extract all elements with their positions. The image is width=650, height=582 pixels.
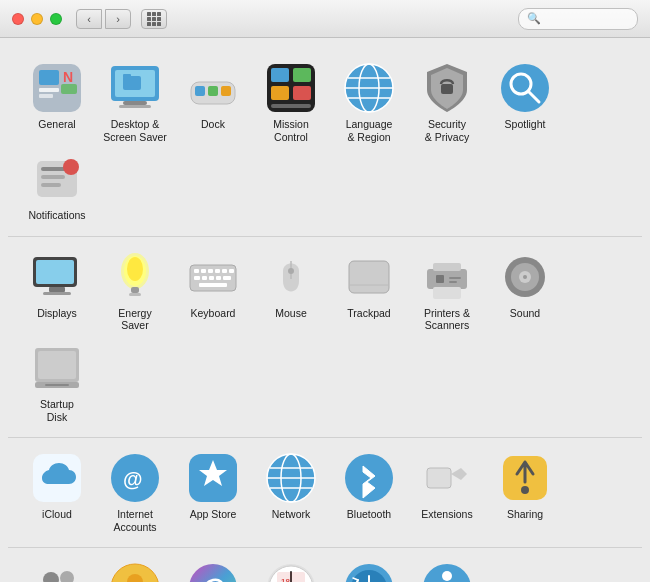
svg-rect-28: [441, 84, 453, 94]
spotlight-label: Spotlight: [505, 118, 546, 131]
keyboard-icon: [187, 251, 239, 303]
sharing-icon: [499, 452, 551, 504]
pref-item-internet[interactable]: @ InternetAccounts: [96, 446, 174, 537]
maximize-button[interactable]: [50, 13, 62, 25]
svg-rect-52: [222, 269, 227, 273]
svg-rect-15: [221, 86, 231, 96]
svg-point-73: [523, 275, 527, 279]
pref-item-bluetooth[interactable]: Bluetooth: [330, 446, 408, 537]
pref-item-dock[interactable]: Dock: [174, 56, 252, 147]
svg-rect-53: [229, 269, 234, 273]
extensions-label: Extensions: [421, 508, 472, 521]
language-label: Language& Region: [346, 118, 393, 143]
svg-point-112: [442, 571, 452, 581]
appstore-icon: [187, 452, 239, 504]
startup-label: StartupDisk: [40, 398, 74, 423]
energy-icon: [109, 251, 161, 303]
extensions-icon: [421, 452, 473, 504]
svg-rect-13: [195, 86, 205, 96]
pref-item-energy[interactable]: EnergySaver: [96, 245, 174, 336]
forward-button[interactable]: ›: [105, 9, 131, 29]
pref-item-network[interactable]: Network: [252, 446, 330, 537]
pref-item-appstore[interactable]: App Store: [174, 446, 252, 537]
bluetooth-label: Bluetooth: [347, 508, 391, 521]
pref-item-security[interactable]: Security& Privacy: [408, 56, 486, 147]
sharing-label: Sharing: [507, 508, 543, 521]
pref-item-startup[interactable]: StartupDisk: [18, 336, 96, 427]
pref-item-sound[interactable]: Sound: [486, 245, 564, 336]
svg-rect-77: [45, 384, 69, 386]
close-button[interactable]: [12, 13, 24, 25]
appstore-label: App Store: [190, 508, 237, 521]
pref-item-icloud[interactable]: iCloud: [18, 446, 96, 537]
dock-label: Dock: [201, 118, 225, 131]
svg-point-43: [127, 257, 143, 281]
datetime-icon: 18: [265, 562, 317, 582]
pref-item-accessibility[interactable]: Accessibility: [408, 556, 486, 582]
pref-item-parental[interactable]: ParentalControls: [96, 556, 174, 582]
language-icon: [343, 62, 395, 114]
nav-buttons: ‹ ›: [76, 9, 131, 29]
pref-item-datetime[interactable]: 18 Date & Time: [252, 556, 330, 582]
mouse-icon: [265, 251, 317, 303]
svg-rect-5: [61, 84, 77, 94]
svg-rect-56: [209, 276, 214, 280]
main-content: N General Desktop &Screen Saver Dock Mis…: [0, 38, 650, 582]
parental-icon: [109, 562, 161, 582]
svg-rect-38: [36, 260, 74, 284]
pref-item-general[interactable]: N General: [18, 56, 96, 147]
section-section4: Users &Groups ParentalControls Siri 1: [8, 550, 642, 582]
svg-rect-48: [194, 269, 199, 273]
svg-rect-21: [271, 104, 311, 108]
titlebar: ‹ › 🔍: [0, 0, 650, 38]
startup-icon: [31, 342, 83, 394]
pref-item-trackpad[interactable]: Trackpad: [330, 245, 408, 336]
svg-point-36: [63, 159, 79, 175]
displays-icon: [31, 251, 83, 303]
pref-item-displays[interactable]: Displays: [18, 245, 96, 336]
mission-label: MissionControl: [273, 118, 309, 143]
pref-item-siri[interactable]: Siri: [174, 556, 252, 582]
pref-item-printers[interactable]: Printers &Scanners: [408, 245, 486, 336]
pref-item-desktop[interactable]: Desktop &Screen Saver: [96, 56, 174, 147]
svg-point-88: [345, 454, 393, 502]
pref-item-language[interactable]: Language& Region: [330, 56, 408, 147]
grid-view-button[interactable]: [141, 9, 167, 29]
displays-label: Displays: [37, 307, 77, 320]
trackpad-icon: [343, 251, 395, 303]
pref-item-spotlight[interactable]: Spotlight: [486, 56, 564, 147]
mission-icon: [265, 62, 317, 114]
desktop-icon: [109, 62, 161, 114]
search-input[interactable]: [545, 12, 635, 26]
sound-icon: [499, 251, 551, 303]
energy-label: EnergySaver: [118, 307, 151, 332]
pref-item-keyboard[interactable]: Keyboard: [174, 245, 252, 336]
internet-icon: @: [109, 452, 161, 504]
svg-point-94: [60, 571, 74, 582]
accessibility-icon: [421, 562, 473, 582]
section-section2: Displays EnergySaver Keyboard: [8, 239, 642, 438]
search-icon: 🔍: [527, 12, 541, 25]
svg-rect-9: [119, 105, 151, 108]
svg-rect-55: [202, 276, 207, 280]
network-icon: [265, 452, 317, 504]
svg-text:N: N: [63, 69, 73, 85]
svg-rect-35: [41, 183, 61, 187]
pref-item-timemachine[interactable]: TimeMachine: [330, 556, 408, 582]
search-box[interactable]: 🔍: [518, 8, 638, 30]
svg-point-29: [501, 64, 549, 112]
svg-rect-65: [433, 263, 461, 271]
pref-item-mission[interactable]: MissionControl: [252, 56, 330, 147]
trackpad-label: Trackpad: [347, 307, 390, 320]
svg-point-61: [288, 268, 294, 274]
pref-item-users[interactable]: Users &Groups: [18, 556, 96, 582]
pref-item-mouse[interactable]: Mouse: [252, 245, 330, 336]
minimize-button[interactable]: [31, 13, 43, 25]
pref-item-sharing[interactable]: Sharing: [486, 446, 564, 537]
pref-item-notifications[interactable]: Notifications: [18, 147, 96, 226]
pref-item-extensions[interactable]: Extensions: [408, 446, 486, 537]
svg-point-92: [521, 486, 529, 494]
svg-rect-8: [123, 101, 147, 105]
back-button[interactable]: ‹: [76, 9, 102, 29]
svg-rect-58: [223, 276, 231, 280]
